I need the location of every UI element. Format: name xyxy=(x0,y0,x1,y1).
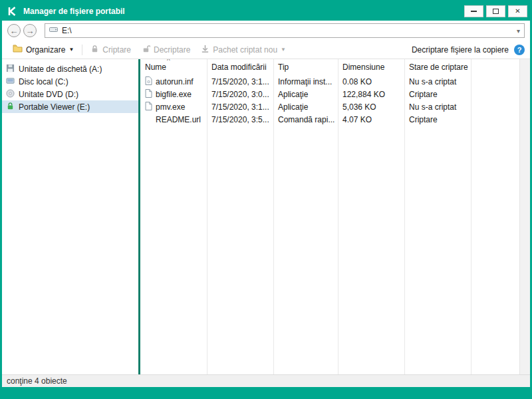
sidebar-item-label: Unitate de dischetă (A:) xyxy=(19,65,102,74)
green-lock-icon xyxy=(6,102,15,112)
lock-icon xyxy=(90,45,99,55)
file-type-cell: Aplicaţie xyxy=(273,102,338,112)
close-button[interactable]: ✕ xyxy=(508,5,527,17)
unlock-icon xyxy=(142,45,150,55)
back-button[interactable]: ← xyxy=(7,24,21,37)
close-icon: ✕ xyxy=(515,8,520,15)
file-encryption-cell: Criptare xyxy=(404,115,471,124)
toolbar-right-group: Decriptare fişiere la copiere ? xyxy=(412,45,525,55)
dvd-icon xyxy=(6,89,15,100)
sidebar-item-label: Unitate DVD (D:) xyxy=(19,90,78,99)
application-file-icon xyxy=(145,89,152,100)
sidebar-item-label: Disc local (C:) xyxy=(19,77,68,86)
file-size-cell: 5,036 KO xyxy=(338,102,404,112)
table-row[interactable]: bigfile.exe 7/15/2020, 3:0... Aplicaţie … xyxy=(140,88,519,100)
sidebar-item-dvd-d[interactable]: Unitate DVD (D:) xyxy=(2,88,138,100)
file-type-cell: Informaţii inst... xyxy=(273,77,338,86)
chevron-down-icon: ▼ xyxy=(281,47,286,53)
organize-button[interactable]: Organizare ▼ xyxy=(7,42,79,58)
column-header-row: ^ Nume Data modificării Tip Dimensiune S… xyxy=(140,59,519,75)
portable-file-manager-window: Manager de fişiere portabil ✕ ← → E:\ ▾ … xyxy=(0,0,532,399)
setup-file-icon xyxy=(145,76,152,87)
encrypt-label: Criptare xyxy=(102,45,131,55)
file-list: ^ Nume Data modificării Tip Dimensiune S… xyxy=(140,59,519,374)
file-type-cell: Aplicaţie xyxy=(273,90,338,99)
file-size-cell: 4.07 KO xyxy=(338,115,404,124)
decrypt-on-copy-label[interactable]: Decriptare fişiere la copiere xyxy=(412,45,509,55)
maximize-button[interactable] xyxy=(486,5,505,17)
window-title: Manager de fişiere portabil xyxy=(23,7,462,16)
floppy-icon xyxy=(6,64,15,74)
drive-sidebar: Unitate de dischetă (A:) Disc local (C:)… xyxy=(2,59,138,374)
file-type-cell: Comandă rapi... xyxy=(273,115,338,124)
back-arrow-icon: ← xyxy=(10,27,19,35)
sidebar-item-local-disk-c[interactable]: Disc local (C:) xyxy=(2,75,138,88)
new-package-label: Pachet criptat nou xyxy=(213,45,277,55)
file-encryption-cell: Criptare xyxy=(404,90,471,99)
decrypt-button[interactable]: Decriptare xyxy=(136,42,196,58)
sidebar-item-label: Portable Viewer (E:) xyxy=(19,102,90,112)
table-row[interactable]: README.url 7/15/2020, 3:5... Comandă rap… xyxy=(140,113,519,126)
hard-disk-icon xyxy=(6,76,15,87)
toolbar-separator xyxy=(82,45,82,55)
file-name-cell: autorun.inf xyxy=(140,76,207,87)
file-size-cell: 122,884 KO xyxy=(338,90,404,99)
package-arrow-icon xyxy=(201,45,209,55)
organize-label: Organizare xyxy=(26,45,65,55)
file-name-cell: pmv.exe xyxy=(140,102,207,112)
file-modified-cell: 7/15/2020, 3:5... xyxy=(207,115,273,124)
file-icon-placeholder xyxy=(145,115,152,124)
column-header-type[interactable]: Tip xyxy=(273,59,338,75)
navigation-bar: ← → E:\ ▾ xyxy=(2,21,530,41)
file-size-cell: 0.08 KO xyxy=(338,77,404,86)
toolbar: Organizare ▼ Criptare Decriptare Pachet … xyxy=(2,41,530,59)
main-area: Unitate de dischetă (A:) Disc local (C:)… xyxy=(2,59,530,374)
sidebar-item-floppy-a[interactable]: Unitate de dischetă (A:) xyxy=(2,63,138,75)
vertical-scrollbar[interactable] xyxy=(519,59,530,374)
titlebar: Manager de fişiere portabil ✕ xyxy=(2,2,530,21)
column-header-modified[interactable]: Data modificării xyxy=(207,59,273,75)
file-name-cell: README.url xyxy=(140,115,207,124)
sidebar-item-portable-viewer-e[interactable]: Portable Viewer (E:) xyxy=(2,100,138,113)
address-dropdown-icon[interactable]: ▾ xyxy=(517,27,520,35)
file-modified-cell: 7/15/2020, 3:1... xyxy=(207,77,273,86)
column-header-name[interactable]: ^ Nume xyxy=(140,59,207,75)
status-text: conţine 4 obiecte xyxy=(7,376,67,386)
forward-button[interactable]: → xyxy=(23,24,37,37)
file-encryption-cell: Nu s-a criptat xyxy=(404,77,471,86)
new-encrypted-package-button[interactable]: Pachet criptat nou ▼ xyxy=(196,42,291,58)
file-encryption-cell: Nu s-a criptat xyxy=(404,102,471,112)
kaspersky-logo-icon xyxy=(7,5,19,17)
application-file-icon xyxy=(145,102,152,112)
help-icon[interactable]: ? xyxy=(514,45,525,55)
column-header-empty xyxy=(471,59,519,75)
file-modified-cell: 7/15/2020, 3:0... xyxy=(207,90,273,99)
status-bar: conţine 4 obiecte xyxy=(2,374,530,387)
table-row[interactable]: pmv.exe 7/15/2020, 3:1... Aplicaţie 5,03… xyxy=(140,100,519,113)
drive-icon xyxy=(49,26,58,35)
address-text: E:\ xyxy=(62,26,72,35)
forward-arrow-icon: → xyxy=(26,27,35,35)
minimize-icon xyxy=(471,11,477,12)
sort-asc-icon: ^ xyxy=(167,59,170,65)
folder-icon xyxy=(13,45,23,55)
minimize-button[interactable] xyxy=(464,5,483,17)
table-row[interactable]: autorun.inf 7/15/2020, 3:1... Informaţii… xyxy=(140,75,519,88)
decrypt-label: Decriptare xyxy=(154,45,190,55)
chevron-down-icon: ▼ xyxy=(68,47,74,53)
encrypt-button[interactable]: Criptare xyxy=(85,42,136,58)
file-modified-cell: 7/15/2020, 3:1... xyxy=(207,102,273,112)
address-bar[interactable]: E:\ ▾ xyxy=(45,23,525,38)
column-header-encryption[interactable]: Stare de criptare xyxy=(404,59,471,75)
maximize-icon xyxy=(493,9,499,14)
file-name-cell: bigfile.exe xyxy=(140,89,207,100)
column-header-size[interactable]: Dimensiune xyxy=(338,59,404,75)
